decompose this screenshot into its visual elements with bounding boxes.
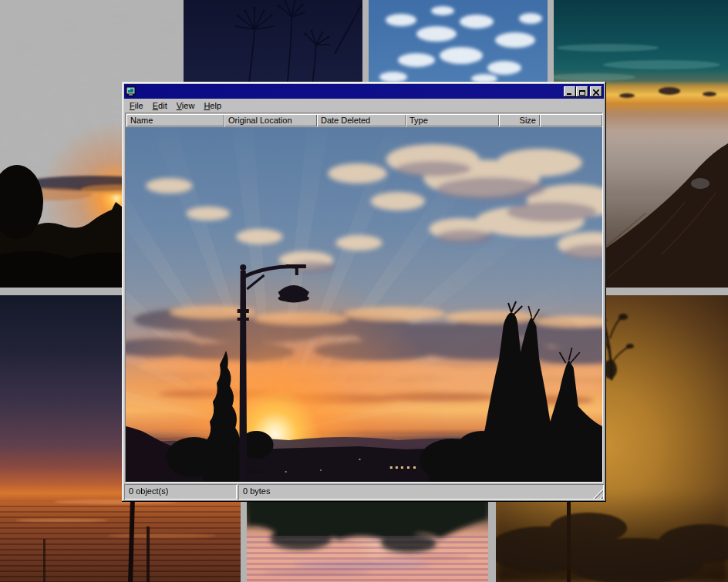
window-titlebar[interactable] bbox=[124, 84, 604, 99]
column-headers: Name Original Location Date Deleted Type… bbox=[126, 113, 602, 127]
menu-help[interactable]: Help bbox=[199, 99, 226, 112]
column-header-filler bbox=[540, 114, 602, 126]
menu-bar: File Edit View Help bbox=[124, 99, 604, 113]
column-header-name[interactable]: Name bbox=[126, 114, 224, 126]
close-icon bbox=[593, 89, 599, 96]
status-bar: 0 object(s) 0 bytes bbox=[124, 484, 604, 500]
column-header-type[interactable]: Type bbox=[406, 114, 499, 126]
column-header-original-location[interactable]: Original Location bbox=[224, 114, 317, 126]
column-header-date-deleted[interactable]: Date Deleted bbox=[317, 114, 406, 126]
photo-silhouettes bbox=[126, 127, 602, 482]
menu-edit[interactable]: Edit bbox=[148, 99, 172, 112]
maximize-button[interactable] bbox=[576, 86, 588, 97]
status-bytes: 0 bytes bbox=[238, 484, 604, 500]
status-objects: 0 object(s) bbox=[124, 484, 237, 500]
computer-icon[interactable] bbox=[126, 86, 137, 97]
recycle-bin-window: File Edit View Help Name Original Locati… bbox=[122, 82, 606, 502]
minimize-button[interactable] bbox=[564, 86, 576, 97]
minimize-icon bbox=[567, 93, 571, 95]
close-button[interactable] bbox=[590, 86, 602, 97]
folder-background-photo bbox=[126, 127, 602, 482]
window-controls bbox=[564, 86, 602, 97]
maximize-icon bbox=[579, 90, 585, 96]
menu-view[interactable]: View bbox=[172, 99, 200, 112]
column-header-size[interactable]: Size bbox=[499, 114, 540, 126]
pink-ripples bbox=[247, 536, 488, 582]
menu-file[interactable]: File bbox=[125, 99, 148, 112]
file-list-view[interactable]: Name Original Location Date Deleted Type… bbox=[125, 113, 603, 483]
